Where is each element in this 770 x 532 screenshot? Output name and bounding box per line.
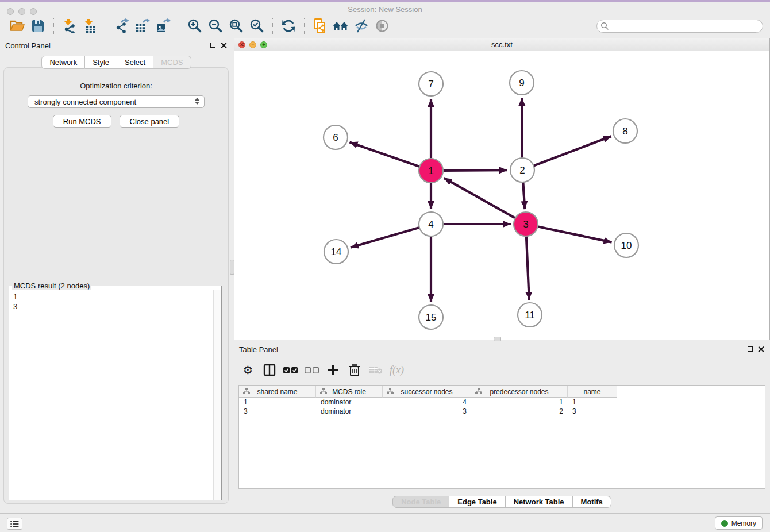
graph-edge-2-3[interactable]	[523, 182, 525, 209]
first-neighbors-icon[interactable]	[332, 18, 349, 34]
table-cell[interactable]: 3	[239, 407, 316, 416]
graph-edge-4-14[interactable]	[351, 228, 419, 248]
select-all-columns-icon[interactable]	[280, 361, 301, 379]
tab-node-table[interactable]: Node Table	[392, 496, 449, 508]
mcds-panel: Optimization criterion: strongly connect…	[3, 67, 229, 504]
import-table-icon[interactable]	[82, 18, 99, 34]
memory-button[interactable]: Memory	[715, 516, 763, 530]
run-mcds-button[interactable]: Run MCDS	[53, 115, 111, 128]
tab-network-table[interactable]: Network Table	[506, 496, 573, 508]
network-graph[interactable]: 7968124314101511	[234, 51, 769, 340]
table-cell[interactable]: dominator	[316, 407, 383, 416]
column-header-shared-name[interactable]: shared name	[239, 386, 316, 398]
hide-selected-icon[interactable]	[353, 18, 370, 34]
graph-node-6[interactable]: 6	[324, 125, 348, 149]
network-maximize-icon[interactable]: +	[260, 41, 267, 48]
vertical-splitter-handle[interactable]	[230, 260, 234, 275]
graph-node-14[interactable]: 14	[324, 240, 348, 264]
save-session-icon[interactable]	[29, 18, 47, 34]
settings-gear-icon[interactable]: ⚙	[237, 361, 259, 379]
graph-node-2[interactable]: 2	[510, 158, 534, 182]
mcds-result-text[interactable]: 1 3	[9, 290, 213, 500]
tab-edge-table[interactable]: Edge Table	[449, 496, 505, 508]
table-panel-header: Table Panel	[234, 342, 770, 357]
graph-edge-1-6[interactable]	[350, 142, 420, 167]
tab-style[interactable]: Style	[85, 56, 117, 69]
network-canvas[interactable]: 7968124314101511	[234, 51, 769, 340]
graph-node-4[interactable]: 4	[419, 212, 443, 236]
table-cell[interactable]: 4	[383, 398, 471, 407]
column-header-successor-nodes[interactable]: successor nodes	[383, 386, 471, 398]
graph-node-8[interactable]: 8	[613, 119, 637, 143]
graph-node-3[interactable]: 3	[514, 212, 538, 236]
horizontal-splitter-handle[interactable]	[494, 337, 501, 341]
table-cell[interactable]: 2	[471, 407, 568, 416]
svg-text:2: 2	[519, 165, 525, 176]
graph-edge-2-8[interactable]	[534, 136, 611, 165]
add-column-icon[interactable]	[322, 361, 344, 379]
close-panel-icon[interactable]	[221, 42, 227, 48]
table-cell[interactable]: 1	[568, 398, 617, 407]
export-table-icon[interactable]	[134, 18, 151, 34]
tab-network[interactable]: Network	[41, 56, 85, 69]
float-table-panel-icon[interactable]	[748, 346, 753, 352]
graph-node-11[interactable]: 11	[518, 303, 542, 327]
result-scrollbar[interactable]	[213, 290, 221, 500]
graph-edge-3-1[interactable]	[444, 178, 515, 218]
unselect-all-columns-icon[interactable]	[301, 361, 322, 379]
minimize-window-icon[interactable]	[18, 8, 25, 15]
zoom-fit-icon[interactable]	[228, 18, 245, 34]
table-row[interactable]: 3dominator323	[239, 407, 765, 416]
close-panel-button[interactable]: Close panel	[120, 115, 180, 128]
table-row[interactable]: 1dominator411	[239, 398, 765, 407]
apply-layout-icon[interactable]	[280, 18, 297, 34]
network-view-window: ✕ − + scc.txt 7968124314101511	[234, 38, 770, 340]
new-network-from-selection-icon[interactable]	[311, 18, 329, 34]
graph-node-15[interactable]: 15	[419, 305, 443, 329]
import-network-icon[interactable]	[61, 18, 78, 34]
open-folder-icon[interactable]	[9, 18, 26, 34]
float-panel-icon[interactable]	[210, 43, 215, 48]
tab-select[interactable]: Select	[117, 56, 153, 69]
table-cell[interactable]: 1	[471, 398, 568, 407]
show-all-icon[interactable]	[374, 18, 391, 34]
task-history-button[interactable]	[7, 518, 22, 530]
delete-column-icon[interactable]	[344, 361, 365, 379]
close-window-icon[interactable]	[7, 8, 14, 15]
svg-text:8: 8	[622, 126, 627, 137]
table-cell[interactable]: 3	[568, 407, 617, 416]
column-header-name[interactable]: name	[568, 386, 617, 398]
close-table-panel-icon[interactable]	[758, 346, 764, 352]
criterion-dropdown[interactable]: strongly connected component	[28, 95, 205, 108]
graph-edge-3-11[interactable]	[526, 236, 529, 300]
zoom-in-icon[interactable]	[186, 18, 203, 34]
graph-node-1[interactable]: 1	[419, 159, 443, 183]
graph-node-10[interactable]: 10	[614, 233, 638, 257]
column-header-predecessor-nodes[interactable]: predecessor nodes	[471, 386, 568, 398]
export-network-icon[interactable]	[113, 18, 130, 34]
graph-node-7[interactable]: 7	[419, 72, 443, 96]
export-image-icon[interactable]	[155, 18, 172, 34]
network-window-titlebar[interactable]: ✕ − + scc.txt	[234, 38, 769, 51]
network-minimize-icon[interactable]: −	[249, 41, 256, 48]
graph-edge-3-10[interactable]	[538, 226, 612, 242]
network-window-title: scc.txt	[491, 40, 513, 49]
toolbar-separator	[272, 18, 273, 34]
table-cell[interactable]: 1	[239, 398, 316, 407]
network-close-icon[interactable]: ✕	[238, 41, 245, 48]
maximize-window-icon[interactable]	[30, 8, 37, 15]
column-header-MCDS-role[interactable]: MCDS role	[316, 386, 383, 398]
search-input[interactable]	[596, 20, 763, 33]
show-column-icon[interactable]	[259, 361, 280, 379]
table-cell[interactable]: 3	[383, 407, 471, 416]
graph-node-9[interactable]: 9	[510, 71, 534, 95]
table-panel: Table Panel ⚙ f(x) shared nameMCDS rol	[234, 342, 770, 511]
tab-motifs[interactable]: Motifs	[573, 496, 611, 508]
control-panel-tabs: NetworkStyleSelectMCDS	[0, 56, 233, 69]
zoom-selected-icon[interactable]	[248, 18, 265, 34]
tab-mcds[interactable]: MCDS	[153, 56, 191, 69]
zoom-out-icon[interactable]	[207, 18, 224, 34]
table-cell[interactable]: dominator	[316, 398, 383, 407]
graph-edge-1-2[interactable]	[443, 170, 507, 171]
graph-edge-2-9[interactable]	[522, 98, 522, 158]
